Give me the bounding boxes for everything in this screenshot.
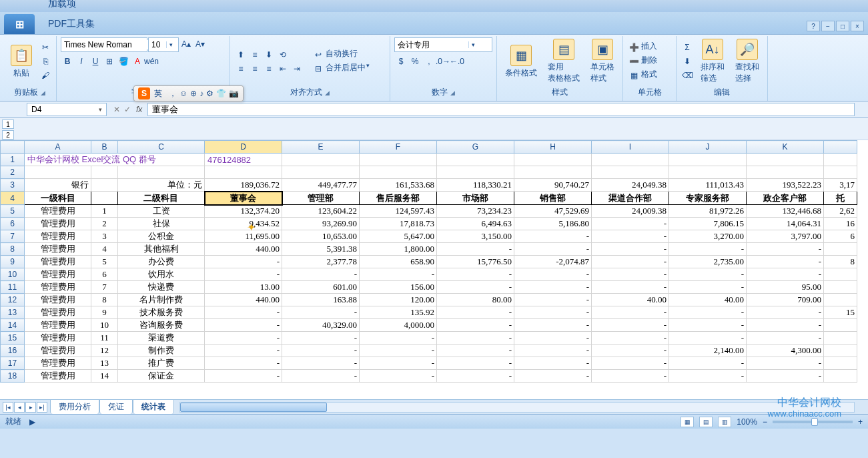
cell[interactable]: - — [205, 357, 282, 370]
cell[interactable] — [91, 166, 118, 179]
cell[interactable] — [360, 166, 437, 179]
ime-tool-icon[interactable]: ☺ — [179, 89, 187, 98]
cell[interactable] — [25, 166, 91, 179]
paste-button[interactable]: 📋 粘贴 — [7, 43, 36, 80]
cell[interactable]: 单位：元 — [118, 179, 205, 192]
cell[interactable]: - — [282, 268, 360, 281]
col-header-A[interactable]: A — [25, 141, 91, 154]
cell[interactable]: 推广费 — [118, 357, 205, 370]
align-left-icon[interactable]: ≡ — [234, 62, 248, 75]
align-middle-icon[interactable]: ≡ — [248, 48, 262, 61]
col-header-L[interactable] — [824, 141, 857, 154]
cell[interactable]: 12 — [91, 345, 118, 357]
cell[interactable]: - — [360, 332, 437, 345]
close-icon[interactable]: × — [851, 21, 864, 31]
tab-加载项[interactable]: 加载项 — [39, 0, 104, 14]
cell[interactable]: 163.88 — [282, 294, 360, 306]
cell[interactable] — [747, 154, 824, 166]
dec-decimal-icon[interactable]: ←.0 — [450, 55, 464, 68]
row-header[interactable]: 5 — [1, 205, 25, 218]
row-header[interactable]: 13 — [1, 306, 25, 319]
cell[interactable]: 一级科目 — [25, 192, 91, 205]
phonetic-icon[interactable]: wén — [145, 55, 158, 68]
cell[interactable]: 6 — [824, 230, 857, 243]
cell[interactable]: 3,797.00 — [747, 230, 824, 243]
ime-tool-icon[interactable]: 📷 — [229, 89, 239, 98]
row-header[interactable]: 11 — [1, 281, 25, 294]
cell[interactable]: - — [437, 319, 514, 332]
cell[interactable]: - — [747, 319, 824, 332]
sheet-nav-next-icon[interactable]: ▸ — [25, 402, 36, 413]
cell[interactable] — [824, 268, 857, 281]
cell[interactable]: - — [669, 332, 747, 345]
cell[interactable]: 1,800.00 — [360, 243, 437, 256]
horizontal-scrollbar[interactable] — [179, 402, 855, 413]
cell[interactable] — [747, 166, 824, 179]
cell[interactable]: - — [205, 332, 282, 345]
cell[interactable]: 其他福利 — [118, 243, 205, 256]
cell[interactable]: - — [592, 345, 669, 357]
cell[interactable]: 3,270.00 — [669, 230, 747, 243]
cell[interactable]: - — [669, 268, 747, 281]
cell[interactable]: 156.00 — [360, 281, 437, 294]
cell[interactable]: - — [747, 332, 824, 345]
cell[interactable] — [824, 319, 857, 332]
cell[interactable]: 管理费用 — [25, 256, 91, 268]
cell[interactable]: 118,330.21 — [437, 179, 514, 192]
cell[interactable]: - — [592, 306, 669, 319]
cell[interactable] — [205, 166, 282, 179]
col-header-B[interactable]: B — [91, 141, 118, 154]
row-header[interactable]: 4 — [1, 192, 25, 205]
cell[interactable]: - — [592, 256, 669, 268]
cell[interactable]: 管理费用 — [25, 294, 91, 306]
clear-icon[interactable]: ⌫ — [681, 69, 694, 82]
ime-tool-icon[interactable]: ， — [169, 89, 177, 98]
row-header[interactable]: 14 — [1, 319, 25, 332]
cell[interactable]: 渠道费 — [118, 332, 205, 345]
inc-decimal-icon[interactable]: .0→ — [436, 55, 450, 68]
row-header[interactable]: 17 — [1, 357, 25, 370]
cond-format-button[interactable]: ▦条件格式 — [501, 43, 541, 80]
cell[interactable]: - — [437, 268, 514, 281]
col-header-I[interactable]: I — [592, 141, 669, 154]
row-header[interactable]: 1 — [1, 154, 25, 166]
cell[interactable]: - — [205, 268, 282, 281]
cell[interactable]: 193,522.23 — [747, 179, 824, 192]
cell[interactable]: 管理费用 — [25, 319, 91, 332]
cell[interactable]: 管理费用 — [25, 332, 91, 345]
cell[interactable]: 15 — [824, 306, 857, 319]
cell[interactable]: 7,806.15 — [669, 218, 747, 230]
cell[interactable]: 15,776.50 — [437, 256, 514, 268]
cell[interactable]: - — [747, 306, 824, 319]
cell[interactable]: - — [592, 281, 669, 294]
align-right-icon[interactable]: ≡ — [262, 62, 276, 75]
ime-tool-icon[interactable]: ⚙ — [206, 89, 213, 98]
zoom-in-icon[interactable]: + — [858, 417, 863, 427]
col-header-J[interactable]: J — [669, 141, 747, 154]
cell[interactable]: 6 — [91, 268, 118, 281]
cell[interactable]: 47,529.69 — [514, 205, 592, 218]
sheet-tab-费用分析[interactable]: 费用分析 — [50, 399, 99, 414]
accept-formula-icon[interactable]: ✓ — [124, 105, 131, 114]
align-bottom-icon[interactable]: ⬇ — [262, 48, 276, 61]
currency-icon[interactable]: $ — [394, 55, 408, 68]
row-header[interactable]: 12 — [1, 294, 25, 306]
cell[interactable]: 保证金 — [118, 370, 205, 383]
cell[interactable]: 449,477.77 — [282, 179, 360, 192]
cell[interactable]: 快递费 — [118, 281, 205, 294]
cell[interactable]: - — [747, 357, 824, 370]
cell[interactable]: - — [205, 256, 282, 268]
cell[interactable]: - — [514, 332, 592, 345]
outline-level-2[interactable]: 2 — [2, 130, 14, 140]
cell[interactable]: - — [360, 357, 437, 370]
cell[interactable]: 161,533.68 — [360, 179, 437, 192]
col-header-E[interactable]: E — [282, 141, 360, 154]
cell[interactable]: 5,391.38 — [282, 243, 360, 256]
cell[interactable]: - — [282, 332, 360, 345]
cell[interactable]: 189,036.72 — [205, 179, 282, 192]
cell[interactable]: 管理费用 — [25, 268, 91, 281]
cell[interactable]: 1 — [91, 205, 118, 218]
cell[interactable] — [824, 243, 857, 256]
wrap-text-button[interactable]: ↩自动换行 — [312, 48, 370, 61]
chevron-down-icon[interactable]: ▾ — [166, 41, 175, 48]
